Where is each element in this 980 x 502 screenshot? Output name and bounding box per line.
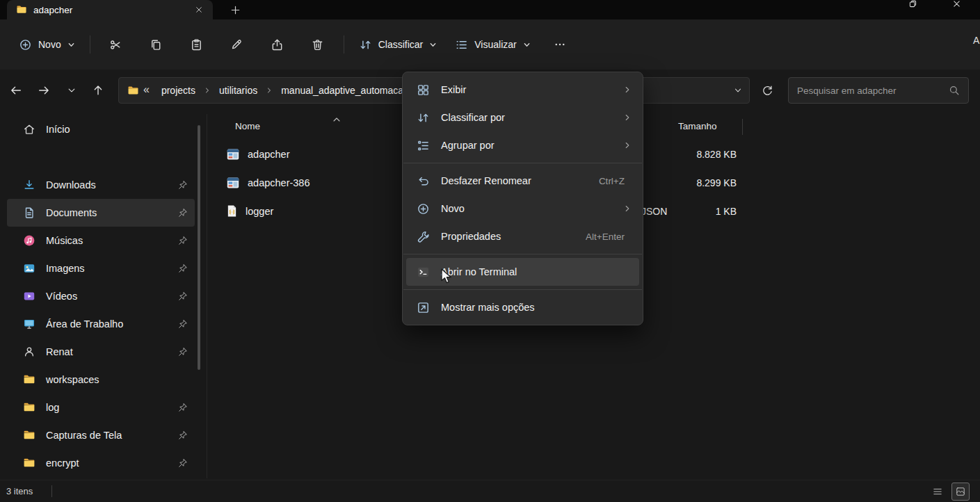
search-input[interactable]: [797, 86, 943, 96]
menu-item-exibir[interactable]: Exibir: [406, 76, 639, 104]
menu-item-shortcut: Alt+Enter: [586, 232, 632, 242]
menu-separator: [403, 289, 642, 290]
address-dropdown-icon[interactable]: [734, 86, 742, 95]
undo-icon: [417, 175, 430, 188]
rename-button[interactable]: [222, 31, 252, 58]
context-menu: Exibir Classificar por Agrupar por Desfa…: [402, 72, 643, 325]
sidebar-item-label: log: [46, 402, 59, 413]
chevron-right-icon: [623, 204, 632, 213]
ellipsis-icon: [554, 38, 566, 51]
sidebar-item-downloads[interactable]: Downloads: [7, 171, 195, 199]
chevron-down-icon: [67, 41, 75, 49]
sidebar-scrollbar[interactable]: [198, 125, 200, 370]
copy-button[interactable]: [141, 31, 172, 58]
column-header-tamanho[interactable]: Tamanho: [678, 121, 717, 131]
visualizar-label: Visualizar: [474, 39, 516, 50]
sidebar-item-area-de-trabalho[interactable]: Área de Trabalho: [7, 310, 195, 338]
thumbnail-view-button[interactable]: [951, 483, 970, 501]
tab-adapcher[interactable]: adapcher: [7, 0, 213, 19]
sidebar-item-imagens[interactable]: Imagens: [7, 254, 195, 282]
paste-button[interactable]: [182, 31, 212, 58]
tab-close-icon[interactable]: [191, 1, 207, 18]
pin-icon: [178, 236, 188, 245]
details-view-button[interactable]: [929, 483, 947, 501]
pin-icon: [178, 403, 188, 412]
sort-icon: [359, 38, 372, 51]
arrow-up-icon: [92, 84, 104, 97]
sidebar-item-musicas[interactable]: Músicas: [7, 227, 195, 254]
app-icon: [226, 176, 240, 190]
sidebar-item-inicio[interactable]: Início: [7, 115, 195, 143]
recent-locations-button[interactable]: [60, 79, 83, 102]
chevron-right-icon: [623, 86, 632, 94]
menu-item-desfazer-renomear[interactable]: Desfazer Renomear Ctrl+Z: [406, 167, 639, 195]
pin-icon: [178, 208, 188, 218]
sidebar-item-label: Downloads: [46, 179, 96, 191]
sort-ascending-icon: [332, 117, 341, 122]
up-button[interactable]: [86, 79, 110, 102]
sidebar-item-log[interactable]: log: [7, 394, 195, 421]
refresh-button[interactable]: [756, 79, 778, 102]
sidebar-item-renat[interactable]: Renat: [7, 338, 195, 366]
view-icon: [455, 38, 468, 51]
clipped-label: A: [973, 35, 979, 46]
menu-separator: [403, 163, 642, 163]
column-divider[interactable]: [742, 119, 743, 135]
sidebar-item-capturas-de-tela[interactable]: Capturas de Tela: [7, 421, 195, 449]
back-button[interactable]: [4, 79, 28, 102]
classificar-label: Classificar: [378, 39, 424, 50]
rename-icon: [230, 38, 243, 51]
file-name: adapcher-386: [248, 177, 310, 188]
document-icon: [23, 207, 35, 219]
new-tab-button[interactable]: [226, 1, 244, 18]
sidebar-item-workspaces[interactable]: workspaces: [7, 366, 195, 394]
sidebar-item-label: Área de Trabalho: [46, 318, 123, 330]
menu-item-classificar-por[interactable]: Classificar por: [406, 104, 639, 131]
search-box[interactable]: [788, 77, 969, 104]
classificar-button[interactable]: Classificar: [350, 31, 447, 58]
more-commands-button[interactable]: [545, 31, 575, 58]
sidebar-item-documents[interactable]: Documents: [7, 199, 195, 227]
visualizar-button[interactable]: Visualizar: [446, 31, 539, 58]
folder-icon: [23, 373, 35, 386]
menu-item-mostrar-mais-opcoes[interactable]: Mostrar mais opções: [406, 293, 639, 321]
sidebar: Início Downloads Documents Músicas Image…: [0, 111, 203, 480]
status-separator: [51, 485, 52, 497]
share-button[interactable]: [262, 31, 293, 58]
breadcrumb-item-current[interactable]: manual_adaptive_automaca: [275, 81, 410, 99]
sidebar-item-encrypt[interactable]: encrypt: [7, 449, 195, 477]
menu-item-abrir-no-terminal[interactable]: Abrir no Terminal: [406, 258, 639, 286]
cut-icon: [109, 38, 122, 51]
sidebar-item-videos[interactable]: Vídeos: [7, 282, 195, 310]
breadcrumb-overflow[interactable]: «: [140, 83, 154, 97]
column-header-nome[interactable]: Nome: [235, 121, 260, 131]
search-icon: [949, 85, 960, 96]
delete-button[interactable]: [303, 31, 333, 58]
menu-separator: [403, 254, 642, 254]
tab-title: adapcher: [33, 5, 184, 15]
window-close-button[interactable]: [948, 0, 965, 9]
chevron-down-icon: [429, 41, 437, 49]
properties-icon: [417, 230, 430, 243]
items-count: 3 itens: [6, 486, 33, 496]
delete-icon: [311, 38, 324, 51]
arrow-right-icon: [38, 84, 50, 97]
thumbnail-view-icon: [955, 486, 966, 497]
maximize-button[interactable]: [904, 0, 921, 9]
novo-button[interactable]: Novo: [10, 31, 84, 58]
toolbar-separator: [90, 35, 90, 54]
breadcrumb-item-projects[interactable]: projects: [155, 81, 202, 99]
forward-button[interactable]: [32, 79, 56, 102]
menu-item-agrupar-por[interactable]: Agrupar por: [406, 131, 639, 159]
cut-button[interactable]: [101, 31, 131, 58]
menu-item-propriedades[interactable]: Propriedades Alt+Enter: [406, 222, 639, 250]
breadcrumb-item-utilitarios[interactable]: utilitarios: [213, 81, 264, 99]
menu-item-novo[interactable]: Novo: [406, 195, 639, 222]
terminal-icon: [417, 266, 430, 279]
sidebar-item-label: workspaces: [46, 374, 99, 385]
chevron-down-icon: [67, 86, 77, 95]
folder-icon: [127, 85, 139, 97]
chevron-right-icon: [265, 87, 273, 94]
folder-icon: [23, 457, 35, 469]
pin-icon: [178, 347, 188, 357]
